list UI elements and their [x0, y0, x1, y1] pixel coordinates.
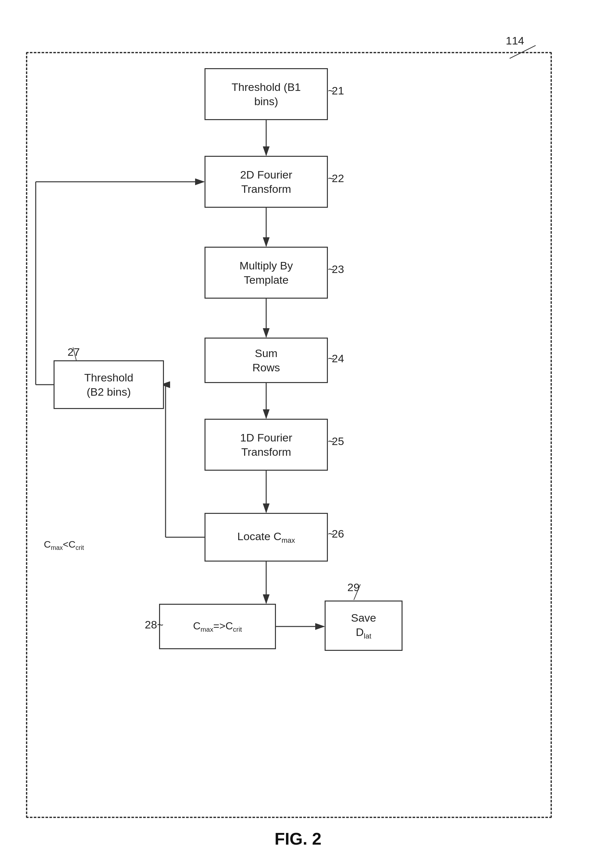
sum-rows-label: SumRows: [252, 346, 280, 375]
fourier-2d-label: 2D FourierTransform: [240, 167, 292, 196]
locate-cmax-box: Locate Cmax: [205, 513, 328, 562]
tilde-24: ~: [328, 352, 334, 365]
multiply-template-box: Multiply ByTemplate: [205, 247, 328, 299]
threshold-b1-label: Threshold (B1bins): [232, 80, 301, 108]
threshold-b1-box: Threshold (B1bins): [205, 68, 328, 120]
figure-caption: FIG. 2: [274, 829, 322, 849]
save-dlat-label: SaveDlat: [351, 611, 376, 641]
threshold-b2-box: Threshold(B2 bins): [53, 360, 164, 409]
ref-27: 27: [68, 346, 80, 358]
threshold-b2-label: Threshold(B2 bins): [84, 371, 133, 399]
fourier-2d-box: 2D FourierTransform: [205, 156, 328, 208]
page: 114 Threshold (B1bins) 21 ~ 2D FourierTr…: [0, 0, 596, 868]
locate-cmax-label: Locate Cmax: [237, 529, 295, 545]
ref-29: 29: [347, 581, 360, 594]
tilde-25: ~: [328, 435, 334, 448]
tilde-26: ~: [328, 527, 334, 540]
cmax-lt-ccrit-label: Cmax<Ccrit: [44, 539, 84, 552]
save-dlat-box: SaveDlat: [325, 601, 403, 651]
tilde-21: ~: [328, 84, 334, 97]
ref-114: 114: [506, 34, 524, 47]
cmax-ge-ccrit-label: Cmax=>Ccrit: [193, 619, 242, 634]
tilde-23: ~: [328, 263, 334, 276]
fourier-1d-box: 1D FourierTransform: [205, 419, 328, 471]
tilde-22: ~: [328, 172, 334, 185]
multiply-template-label: Multiply ByTemplate: [240, 258, 293, 287]
sum-rows-box: SumRows: [205, 338, 328, 383]
cmax-ge-ccrit-box: Cmax=>Ccrit: [159, 604, 276, 649]
fourier-1d-label: 1D FourierTransform: [240, 430, 292, 459]
ref-28: 28~: [145, 619, 164, 631]
